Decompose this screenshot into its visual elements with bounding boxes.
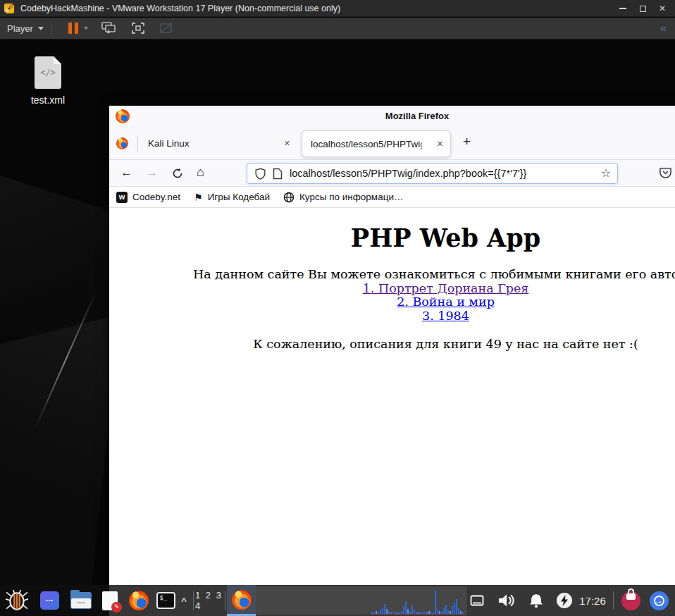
clock[interactable]: 17:26: [578, 585, 607, 616]
taskbar-separator: [613, 591, 614, 610]
home-icon[interactable]: ⌂: [197, 165, 204, 180]
firefox-logo-icon: [129, 591, 149, 610]
bookmark-kursy[interactable]: Курсы по информаци…: [283, 192, 403, 203]
logout-button[interactable]: →: [646, 585, 671, 616]
suspend-vm-button[interactable]: [68, 23, 78, 34]
url-bar[interactable]: localhost/lesson5/PHPTwig/index.php?book…: [247, 163, 618, 184]
book-link-2[interactable]: 2. Война и мир: [397, 295, 495, 309]
volume-icon[interactable]: [493, 585, 520, 616]
tab-localhost-active[interactable]: localhost/lesson5/PHPTwig/i ✕: [302, 130, 451, 157]
tab-close-icon[interactable]: ✕: [437, 140, 443, 149]
network-activity-graph: [371, 589, 466, 615]
new-tab-button[interactable]: +: [463, 134, 471, 149]
bookmark-codeby[interactable]: w Codeby.net: [116, 192, 180, 203]
book-link-3[interactable]: 3. 1984: [422, 309, 469, 323]
vmware-toolbar: Player «: [0, 18, 675, 39]
reload-icon[interactable]: [171, 167, 184, 180]
book-link-1[interactable]: 1. Портрет Дориана Грея: [363, 281, 529, 295]
tab-kali-linux[interactable]: Kali Linux ✕: [138, 130, 300, 157]
player-menu-caret-icon: [38, 27, 44, 30]
bookmarks-toolbar: w Codeby.net ⚑ Игры Кодебай Курсы по инф…: [109, 187, 675, 208]
pencil-icon: ✎: [111, 602, 122, 612]
tab-favicon-firefox: [116, 137, 128, 149]
firefox-logo-icon: [116, 109, 130, 123]
url-text[interactable]: localhost/lesson5/PHPTwig/index.php?book…: [290, 168, 526, 179]
lock-screen-button[interactable]: [618, 585, 643, 616]
document-icon: ✎: [102, 591, 118, 610]
vmware-player-logo-icon: [4, 3, 15, 14]
firefox-launcher-button[interactable]: [126, 585, 151, 616]
collapse-toolbar-icon[interactable]: «: [660, 21, 667, 35]
terminal-icon: $_: [156, 592, 175, 609]
firefox-window: Mozilla Firefox Kali Linux ✕ localhost/l…: [109, 106, 675, 616]
logout-arrow-icon: →: [650, 591, 669, 610]
unity-mode-disabled-icon: [159, 21, 174, 35]
file-manager-button[interactable]: [69, 585, 93, 616]
suspend-menu-caret-icon[interactable]: [84, 27, 88, 30]
taskbar-separator: [193, 591, 194, 610]
text-editor-button[interactable]: ✎: [99, 585, 120, 616]
page-intro-text: На данном сайте Вы можете ознакомиться с…: [109, 268, 675, 282]
back-icon[interactable]: ←: [120, 166, 132, 180]
tab-close-icon[interactable]: ✕: [284, 139, 290, 148]
kali-taskbar: ... ✎ $_ ^ 1 2 3 4: [0, 585, 675, 616]
tracking-shield-icon[interactable]: [254, 167, 266, 180]
page-info-icon[interactable]: [273, 168, 283, 180]
chevron-up-icon[interactable]: ^: [178, 585, 190, 616]
vmware-titlebar: CodebyHackMashine - VMware Workstation 1…: [0, 0, 675, 17]
firefox-tab-strip: Kali Linux ✕ localhost/lesson5/PHPTwig/i…: [109, 127, 675, 160]
fullscreen-icon[interactable]: [130, 21, 146, 35]
forward-icon: →: [146, 166, 158, 180]
power-manager-icon[interactable]: [554, 585, 575, 616]
vm-desktop: </> test.xml Mozilla Firefox Kali Linux …: [0, 39, 675, 616]
lock-icon: [621, 591, 640, 610]
firefox-navbar: ← → ⌂ localhost/lesson5/PHPTwig/index.ph…: [109, 160, 675, 187]
firefox-titlebar[interactable]: Mozilla Firefox: [109, 106, 675, 127]
systray-display-icon[interactable]: [466, 585, 488, 616]
page-title: PHP Web App: [109, 208, 675, 252]
globe-favicon: [283, 192, 295, 203]
desktop-file-label: test.xml: [27, 94, 69, 106]
workspace-switcher[interactable]: 1 2 3 4: [195, 585, 225, 616]
maximize-button[interactable]: [633, 0, 652, 17]
vmware-player-window: CodebyHackMashine - VMware Workstation 1…: [0, 0, 675, 616]
close-button[interactable]: ✕: [652, 0, 672, 17]
minimize-button[interactable]: [613, 0, 633, 17]
taskbar-firefox-active-button[interactable]: [227, 585, 256, 616]
folder-icon: [70, 592, 92, 609]
wallpaper-shape: [0, 314, 127, 610]
web-page-content: PHP Web App На данном сайте Вы можете оз…: [109, 208, 675, 616]
notifications-bell-icon[interactable]: [524, 585, 548, 616]
player-menu-button[interactable]: Player: [7, 23, 44, 34]
firefox-logo-icon: [232, 590, 252, 610]
desktop-file-testxml[interactable]: </> test.xml: [27, 56, 69, 106]
xml-file-icon: </>: [35, 56, 61, 89]
bookmark-star-icon[interactable]: ☆: [601, 166, 611, 180]
app-launcher-button[interactable]: ...: [38, 585, 61, 616]
applications-menu-button[interactable]: [1, 585, 32, 616]
pocket-icon[interactable]: [659, 166, 672, 179]
app-window-icon: ...: [40, 591, 59, 610]
vm-window-title: CodebyHackMashine - VMware Workstation 1…: [20, 4, 340, 13]
send-ctrl-alt-del-icon[interactable]: [101, 21, 118, 35]
taskbar-separator: [225, 591, 225, 610]
flag-favicon: ⚑: [194, 192, 203, 203]
codeby-favicon: w: [116, 192, 128, 203]
page-message: К сожалению, описания для книги 49 у нас…: [109, 337, 675, 351]
kali-bug-icon: [4, 589, 30, 612]
terminal-launcher-button[interactable]: $_: [154, 585, 177, 616]
bookmark-igry-codebay[interactable]: ⚑ Игры Кодебай: [194, 192, 270, 203]
firefox-window-title: Mozilla Firefox: [385, 111, 449, 121]
toolbar-separator: [51, 22, 51, 35]
